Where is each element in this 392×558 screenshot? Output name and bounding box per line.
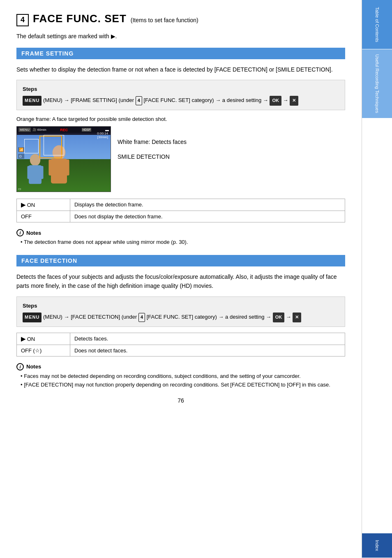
white-frame-right <box>44 135 64 155</box>
camera-area: MENU 🎥 60min REC HDSP ▬ 0:00:14[30min] <box>16 126 345 192</box>
steps-label-1: Steps <box>23 84 339 94</box>
face-detection-table: ▶ ON Detects faces. OFF (☆) Does not det… <box>16 333 345 357</box>
steps-category-2: [FACE FUNC. SET] category) → a desired s… <box>147 314 273 320</box>
cam-top-bar: MENU 🎥 60min REC HDSP ▬ <box>17 127 111 133</box>
fd-option-on-name: ON <box>27 336 35 342</box>
cam-label-smile: SMILE DETECTION <box>118 153 187 160</box>
frame-setting-steps: Steps MENU (MENU) → [FRAME SETTING] (und… <box>16 80 345 110</box>
table-row: OFF (☆) Does not detect faces. <box>17 345 345 356</box>
default-arrow-on: ▶ <box>21 201 25 208</box>
notes-icon-1: i <box>16 229 24 236</box>
steps-category-1: [FACE FUNC. SET] category) → a desired s… <box>143 97 270 103</box>
svg-rect-2 <box>27 166 31 179</box>
arrow-2: → <box>286 314 293 320</box>
svg-rect-3 <box>39 166 43 179</box>
frame-setting-notes: i Notes The detection frame does not app… <box>16 229 345 247</box>
notes-icon-2: i <box>16 363 24 370</box>
page-title-area: 4 FACE FUNC. SET (Items to set face func… <box>16 12 345 26</box>
main-content: 4 FACE FUNC. SET (Items to set face func… <box>0 0 362 558</box>
option-off-cell: OFF <box>17 211 70 222</box>
note-item: Faces may not be detected depending on r… <box>21 372 345 381</box>
table-row: ▶ ON Displays the detection frame. <box>17 199 345 211</box>
right-sidebar: Table of Contents Useful Recording Techn… <box>362 0 392 558</box>
svg-rect-5 <box>51 159 67 183</box>
section-face-detection: FACE DETECTION Detects the faces of your… <box>16 255 345 389</box>
cam-rec-indicator: REC <box>60 128 68 132</box>
cam-icons-left: 📶 ⊙ <box>18 147 24 159</box>
icon-num-1: 4 <box>136 96 142 105</box>
steps-text-1: (MENU) → [FRAME SETTING] (under <box>43 97 136 103</box>
cam-label-white-frame: White frame: Detects faces <box>118 139 187 145</box>
camera-screen: MENU 🎥 60min REC HDSP ▬ 0:00:14[30min] <box>16 126 111 192</box>
note-item: The detection frame does not appear whil… <box>21 238 345 247</box>
option-off-name: OFF <box>21 213 32 220</box>
sidebar-tab-recording-label: Useful Recording Techniques <box>375 54 380 113</box>
fd-option-on-cell: ▶ ON <box>17 333 70 345</box>
title-icon-number: 4 <box>16 14 29 26</box>
frame-setting-table: ▶ ON Displays the detection frame. OFF D… <box>16 199 345 222</box>
svg-rect-7 <box>65 160 69 176</box>
ok-button-2: OK <box>273 313 285 322</box>
cam-icon-1: 📶 <box>18 147 24 152</box>
frame-setting-desc: Sets whether to display the detection fr… <box>16 65 345 74</box>
option-off-desc: Does not display the detection frame. <box>70 211 345 222</box>
default-settings-note: The default settings are marked with ▶. <box>16 33 345 39</box>
orange-desc: Orange frame: A face targeted for possib… <box>16 116 345 122</box>
cam-timer: 0:00:14[30min] <box>97 132 108 139</box>
sidebar-tab-index-label: Index <box>375 540 380 551</box>
svg-point-0 <box>30 154 40 166</box>
x-button-2: ✕ <box>293 313 301 322</box>
notes-title-2: i Notes <box>16 363 345 370</box>
fd-option-off-cell: OFF (☆) <box>17 345 70 356</box>
menu-button-2: MENU <box>23 313 42 322</box>
option-on-cell: ▶ ON <box>17 199 70 211</box>
cam-time: 🎥 60min <box>32 128 46 132</box>
icon-num-2: 4 <box>138 313 145 322</box>
fd-option-off-name: OFF (☆) <box>21 347 42 354</box>
fd-option-on-desc: Detects faces. <box>70 333 345 345</box>
sidebar-tab-index[interactable]: Index <box>362 533 392 558</box>
steps-content-1: MENU (MENU) → [FRAME SETTING] (under 4 [… <box>23 95 339 106</box>
section-frame-setting: FRAME SETTING Sets whether to display th… <box>16 48 345 247</box>
sidebar-tab-recording[interactable]: Useful Recording Techniques <box>362 49 392 118</box>
fd-default-arrow-on: ▶ <box>21 336 25 342</box>
cam-menu-label: MENU <box>18 127 31 132</box>
steps-text-2: (MENU) → [FACE DETECTION] (under <box>43 314 138 320</box>
notes-list-2: Faces may not be detected depending on r… <box>16 372 345 389</box>
ok-button-1: OK <box>270 96 281 106</box>
face-detection-desc: Detects the faces of your subjects and a… <box>16 272 345 291</box>
face-detection-steps: Steps MENU (MENU) → [FACE DETECTION] (un… <box>16 296 345 327</box>
steps-label-2: Steps <box>23 301 339 310</box>
page-number: 76 <box>16 397 345 404</box>
note-item: [FACE DETECTION] may not function proper… <box>21 381 345 389</box>
face-detection-header: FACE DETECTION <box>16 255 345 266</box>
table-row: ▶ ON Detects faces. <box>17 333 345 345</box>
sidebar-tab-toc-label: Table of Contents <box>375 7 380 42</box>
notes-title-1: i Notes <box>16 229 345 236</box>
steps-content-2: MENU (MENU) → [FACE DETECTION] (under 4 … <box>23 312 339 322</box>
cam-icon-2: ⊙ <box>18 154 24 159</box>
page-title-sub: (Items to set face function) <box>131 17 198 23</box>
svg-rect-6 <box>48 160 53 176</box>
cam-top-left: MENU 🎥 60min <box>18 127 46 132</box>
arrow-1: → <box>283 97 290 103</box>
notes-list-1: The detection frame does not appear whil… <box>16 238 345 247</box>
table-row: OFF Does not display the detection frame… <box>17 211 345 222</box>
frame-setting-header: FRAME SETTING <box>16 48 345 59</box>
camera-labels: White frame: Detects faces SMILE DETECTI… <box>118 126 187 160</box>
x-button-1: ✕ <box>290 96 298 106</box>
menu-button-1: MENU <box>23 96 42 106</box>
sidebar-tab-toc[interactable]: Table of Contents <box>362 0 392 49</box>
fd-option-off-desc: Does not detect faces. <box>70 345 345 356</box>
cam-bottom: ▭ <box>18 187 21 191</box>
option-on-name: ON <box>27 202 35 208</box>
face-detection-notes: i Notes Faces may not be detected depend… <box>16 363 345 389</box>
page-title-main: FACE FUNC. SET <box>33 12 127 25</box>
option-on-desc: Displays the detection frame. <box>70 199 345 211</box>
cam-battery: ▬ <box>105 128 109 132</box>
cam-hd-label: HDSP <box>82 128 91 132</box>
white-frame-left <box>24 139 39 153</box>
